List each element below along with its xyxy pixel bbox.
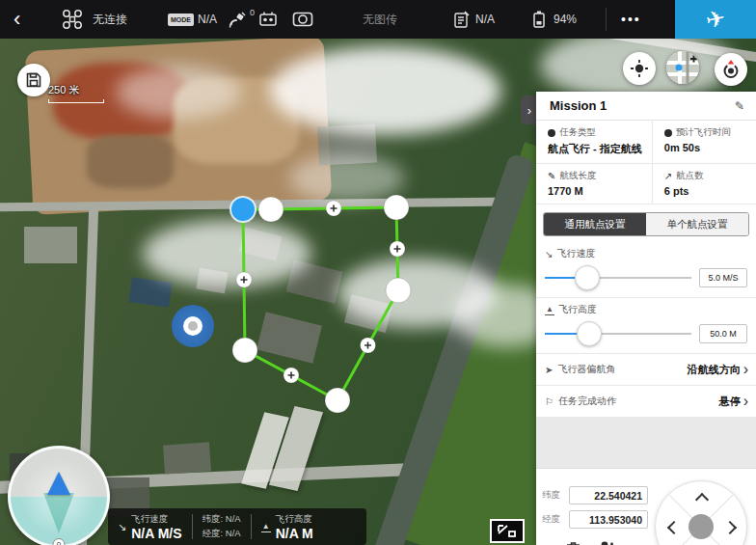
waypoint-marker[interactable] (386, 278, 411, 303)
compass-heading-beam (43, 493, 74, 533)
nudge-right-button[interactable] (723, 521, 737, 534)
speed-icon: ↘ (118, 521, 126, 533)
finish-label: 任务完成动作 (558, 395, 616, 408)
flight-speed-slider[interactable] (545, 264, 691, 291)
waypoint-coordinates-section: 纬度 22.540421 经度 113.953040 (536, 469, 756, 545)
telemetry-coordinates: 纬度: N/A 经度: N/A (193, 513, 251, 540)
tab-general-waypoint-settings[interactable]: 通用航点设置 (544, 213, 646, 235)
map-scale: 250 米 (48, 83, 104, 103)
rc-signal-icon (451, 0, 471, 39)
waypoint-marker[interactable] (325, 388, 350, 413)
waypoint-pair-icon[interactable] (599, 540, 618, 545)
mission-stats: 任务类型 航点飞行 - 指定航线 预计飞行时间 0m 50s ✎航线长度 177… (536, 121, 756, 204)
compass-reset-button[interactable] (715, 53, 747, 86)
compass-icon (720, 59, 742, 80)
flight-speed-value: 5.0 M/S (699, 268, 747, 287)
waypoint-marker[interactable] (258, 197, 284, 222)
save-icon (25, 71, 42, 89)
airplane-icon: ✈ (703, 4, 727, 35)
flight-altitude-value: 50.0 M (699, 324, 747, 343)
map-scale-label: 250 米 (48, 84, 79, 95)
latitude-input[interactable]: 22.540421 (569, 486, 648, 504)
flight-altitude-label: 飞行高度 (558, 303, 597, 316)
insert-waypoint-button[interactable] (284, 368, 299, 383)
yaw-icon: ➤ (545, 365, 553, 375)
locate-icon (630, 59, 649, 78)
slider-thumb[interactable] (575, 265, 600, 290)
waypoint-marker-selected[interactable] (230, 197, 256, 222)
flight-time-icon (664, 129, 672, 137)
longitude-row: 经度 113.953040 (542, 510, 648, 529)
finish-value: 悬停 (719, 395, 741, 409)
save-mission-button[interactable] (17, 64, 50, 96)
telemetry-speed: ↘ 飞行速度 N/A M/S (108, 513, 192, 541)
map-switch-button[interactable] (490, 519, 525, 543)
battery-percentage: 94% (554, 0, 577, 39)
edit-mission-button[interactable]: ✎ (735, 99, 744, 113)
altitude-value: N/A M (276, 526, 313, 541)
finish-action-row[interactable]: ⚐任务完成动作 悬停› (536, 386, 756, 418)
stat-label: 航点数 (676, 170, 704, 182)
finish-flag-icon: ⚐ (545, 396, 554, 407)
mission-type-icon (548, 129, 555, 137)
map-layer-icon (666, 51, 699, 84)
stat-label: 航线长度 (559, 170, 596, 182)
takeoff-button[interactable]: ✈ (675, 0, 756, 39)
speed-label: 飞行速度 (131, 513, 181, 526)
camera-icon (292, 0, 313, 39)
attitude-compass[interactable]: 0 (8, 446, 110, 545)
yaw-label: 飞行器偏航角 (557, 363, 615, 376)
expand-icon (496, 523, 519, 539)
drone-mission-app: ‹ 无连接 MODE N/A 0 无图传 N/A 94% ••• ✈ (0, 0, 756, 545)
altitude-icon: ▲ (261, 522, 271, 532)
yaw-value: 沿航线方向 (688, 363, 741, 377)
map-scale-bar (48, 99, 104, 103)
waypoint-marker[interactable] (232, 338, 257, 363)
nudge-up-button[interactable] (695, 493, 709, 506)
flight-mode-badge: MODE (168, 14, 194, 26)
waypoint-marker[interactable] (384, 195, 409, 220)
delete-waypoint-button[interactable] (565, 540, 581, 545)
nudge-center-button[interactable] (688, 514, 714, 539)
compass-needle-icon (47, 472, 70, 495)
route-length-icon: ✎ (548, 171, 555, 181)
route-polyline (243, 207, 398, 400)
longitude-readout: 经度: N/A (202, 528, 241, 540)
map-layer-button[interactable] (666, 51, 699, 84)
flight-altitude-slider[interactable] (545, 320, 691, 347)
rc-signal-value: N/A (475, 0, 495, 39)
more-menu-button[interactable]: ••• (621, 0, 641, 39)
top-status-bar: ‹ 无连接 MODE N/A 0 无图传 N/A 94% ••• ✈ (0, 0, 756, 39)
stat-value: 航点飞行 - 指定航线 (548, 142, 642, 156)
back-button[interactable]: ‹ (14, 0, 20, 39)
compass-zero-label: 0 (53, 538, 66, 545)
stat-flight-time: 预计飞行时间 0m 50s (653, 121, 756, 164)
locate-me-button[interactable] (623, 52, 656, 85)
stat-value: 6 pts (664, 185, 746, 197)
speed-value: N/A M/S (131, 526, 181, 541)
waypoint-nudge-pad[interactable] (655, 480, 747, 545)
flight-speed-icon: ↘ (545, 249, 553, 259)
battery-icon (530, 0, 548, 39)
flight-speed-label: 飞行速度 (556, 247, 595, 260)
flight-altitude-icon: ▲ (545, 305, 554, 315)
insert-waypoint-button[interactable] (390, 241, 405, 257)
insert-waypoint-button[interactable] (236, 272, 252, 287)
stat-label: 预计飞行时间 (676, 126, 731, 139)
stat-label: 任务类型 (559, 126, 596, 139)
panel-spacer (536, 418, 756, 469)
slider-thumb[interactable] (577, 321, 602, 346)
nudge-left-button[interactable] (667, 521, 681, 534)
waypoint-count-icon: ↗ (664, 171, 672, 181)
longitude-input[interactable]: 113.953040 (569, 510, 648, 529)
insert-waypoint-button[interactable] (326, 201, 341, 216)
flight-speed-section: ↘飞行速度 5.0 M/S (536, 242, 756, 298)
insert-waypoint-button[interactable] (361, 338, 376, 353)
gps-satellite-icon (229, 0, 248, 39)
flight-mode-value: N/A (198, 0, 217, 39)
latitude-row: 纬度 22.540421 (542, 486, 648, 504)
latitude-label: 纬度 (542, 489, 563, 502)
yaw-angle-row[interactable]: ➤飞行器偏航角 沿航线方向› (536, 354, 756, 386)
transmission-status: 无图传 (363, 0, 397, 39)
tab-individual-waypoint-settings[interactable]: 单个航点设置 (646, 213, 748, 235)
